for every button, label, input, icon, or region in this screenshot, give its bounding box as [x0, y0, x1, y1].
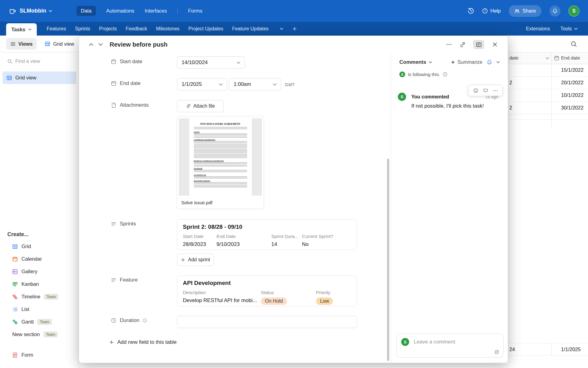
- sidebar-item-calendar[interactable]: Calendar: [0, 253, 79, 265]
- nav-data[interactable]: Data: [77, 6, 96, 16]
- summarize-label: Summarize: [458, 59, 482, 65]
- tab-features[interactable]: Features: [47, 26, 66, 32]
- chevron-down-icon[interactable]: [496, 61, 500, 63]
- search-icon[interactable]: [571, 41, 577, 47]
- close-icon[interactable]: [492, 41, 498, 48]
- end-date-date-input[interactable]: 1/1/2025: [177, 78, 227, 90]
- sidebar-item-gallery[interactable]: Gallery: [0, 265, 79, 278]
- document-section-heading: PARTIES: [194, 131, 247, 133]
- app-logo-icon[interactable]: [9, 7, 17, 15]
- grid-cell-end-date[interactable]: 30/1/2022: [561, 105, 583, 111]
- history-icon[interactable]: [468, 8, 474, 14]
- tab-project-updates[interactable]: Project Updates: [188, 26, 223, 32]
- share-button[interactable]: Share: [509, 5, 541, 17]
- sidebar-item-form[interactable]: Form: [0, 349, 79, 361]
- sidebar-item-kanban[interactable]: Kanban: [0, 278, 79, 290]
- toggle-comments-panel-icon[interactable]: [473, 40, 484, 49]
- sprint-linked-record-card[interactable]: Sprint 2: 08/28 - 09/10 Start Date 28/8/…: [177, 219, 357, 250]
- app-topbar: SLMobbin Data Automations Interfaces For…: [0, 0, 588, 22]
- modal-scrollbar[interactable]: [387, 159, 389, 361]
- previous-record-chevron-icon[interactable]: [89, 43, 93, 46]
- sparkle-icon: [450, 60, 455, 65]
- tab-tasks-active[interactable]: Tasks: [6, 23, 37, 36]
- nav-forms[interactable]: Forms: [188, 8, 202, 14]
- summarize-button[interactable]: Summarize: [450, 59, 482, 65]
- selected-view-label: Grid view: [15, 75, 36, 81]
- add-field-button[interactable]: Add new field to this table: [109, 339, 177, 345]
- reply-comment-icon[interactable]: [483, 88, 488, 93]
- nav-automations[interactable]: Automations: [106, 8, 134, 14]
- sidebar-view-grid-selected[interactable]: Grid view: [2, 71, 76, 84]
- tab-milestones[interactable]: Milestones: [156, 26, 179, 32]
- svg-text:?: ?: [484, 9, 486, 13]
- info-icon[interactable]: [443, 72, 447, 77]
- add-table-icon[interactable]: [292, 26, 297, 31]
- sidebar-item-new-section[interactable]: New section Team: [0, 328, 79, 341]
- help-button[interactable]: ? Help: [482, 8, 501, 14]
- grid-cell-end-date[interactable]: 15/1/2022: [561, 67, 583, 73]
- tab-feedback[interactable]: Feedback: [126, 26, 147, 32]
- attach-file-button[interactable]: Attach file: [177, 100, 224, 112]
- comment-input-box[interactable]: S @: [396, 334, 503, 358]
- feature-linked-record-card[interactable]: API Development Description Develop REST…: [177, 275, 357, 306]
- field-label-end-date[interactable]: End date: [111, 80, 141, 86]
- form-icon: [12, 352, 18, 358]
- field-label-sprints[interactable]: Sprints: [111, 221, 136, 227]
- emoji-reaction-icon[interactable]: [473, 88, 478, 93]
- notifications-bell-icon[interactable]: [487, 59, 492, 65]
- sidebar-item-grid[interactable]: Grid: [0, 240, 79, 253]
- tab-feature-updates[interactable]: Feature Updates: [232, 26, 269, 32]
- extensions-button[interactable]: Extensions: [526, 26, 550, 32]
- list-icon: [12, 307, 18, 312]
- notifications-button[interactable]: [549, 6, 560, 17]
- info-icon[interactable]: [143, 318, 147, 323]
- tab-projects[interactable]: Projects: [99, 26, 117, 32]
- grid-cell-partial[interactable]: 2: [509, 105, 512, 111]
- record-title[interactable]: Review before push: [110, 41, 168, 48]
- find-view-input[interactable]: [15, 59, 64, 64]
- tab-sprints[interactable]: Sprints: [75, 26, 90, 32]
- document-section-heading: RETURN OF CONFIDENTIAL INFORMATION: [194, 160, 247, 162]
- end-date-time-input[interactable]: 1:00am: [229, 78, 281, 90]
- comments-title: Comments: [399, 59, 426, 65]
- field-label-text: Feature: [120, 277, 138, 283]
- start-date-input[interactable]: 14/10/2024: [177, 56, 245, 69]
- chevron-down-icon: [273, 83, 277, 86]
- workspace-name[interactable]: SLMobbin: [20, 8, 46, 14]
- sidebar-item-list[interactable]: List: [0, 303, 79, 316]
- nav-interfaces[interactable]: Interfaces: [145, 8, 167, 14]
- grid-column-header-partial[interactable]: date: [509, 55, 518, 61]
- team-badge: Team: [44, 294, 58, 300]
- grid-cell-end-date[interactable]: 1/1/2025: [561, 347, 581, 352]
- field-label-feature[interactable]: Feature: [111, 277, 138, 283]
- comment-input[interactable]: [414, 338, 490, 346]
- workspace-chevron-icon[interactable]: [49, 10, 52, 12]
- grid-cell-partial[interactable]: 2: [509, 80, 512, 86]
- grid-cell-end-date[interactable]: 20/1/2022: [561, 80, 583, 86]
- current-view-button[interactable]: Grid view: [45, 41, 74, 47]
- next-record-chevron-icon[interactable]: [98, 43, 103, 46]
- mention-button[interactable]: @: [494, 349, 499, 355]
- more-tables-chevron-icon[interactable]: [280, 28, 283, 30]
- comment-more-icon[interactable]: [493, 88, 498, 93]
- duration-input[interactable]: [177, 316, 357, 328]
- attachment-card[interactable]: NON-DISCLOSURE AGREEMENT PARTIES CONFIDE…: [177, 116, 264, 209]
- comments-dropdown[interactable]: Comments: [399, 59, 432, 65]
- user-avatar[interactable]: S: [568, 6, 579, 17]
- linked-records-icon: [111, 277, 116, 283]
- grid-column-header-end-date[interactable]: End date: [561, 55, 580, 61]
- record-more-icon[interactable]: [446, 41, 452, 48]
- sidebar-item-timeline[interactable]: Timeline Team: [0, 290, 79, 303]
- copy-link-icon[interactable]: [460, 42, 466, 48]
- column-sort-chevron-icon[interactable]: [546, 57, 549, 59]
- views-toggle-button[interactable]: Views: [6, 38, 37, 50]
- grid-cell-end-date[interactable]: 10/1/2022: [561, 92, 583, 98]
- field-label-attachments[interactable]: Attachments: [111, 102, 149, 108]
- field-label-start-date[interactable]: Start date: [111, 59, 142, 65]
- tools-button[interactable]: Tools: [560, 26, 578, 32]
- add-sprint-button[interactable]: Add sprint: [177, 254, 214, 266]
- sidebar-item-label: Calendar: [21, 256, 42, 262]
- sidebar-item-gantt[interactable]: Gantt Team: [0, 316, 79, 328]
- field-label-duration[interactable]: Duration: [111, 317, 147, 324]
- grid-cell-partial[interactable]: 24: [509, 347, 515, 352]
